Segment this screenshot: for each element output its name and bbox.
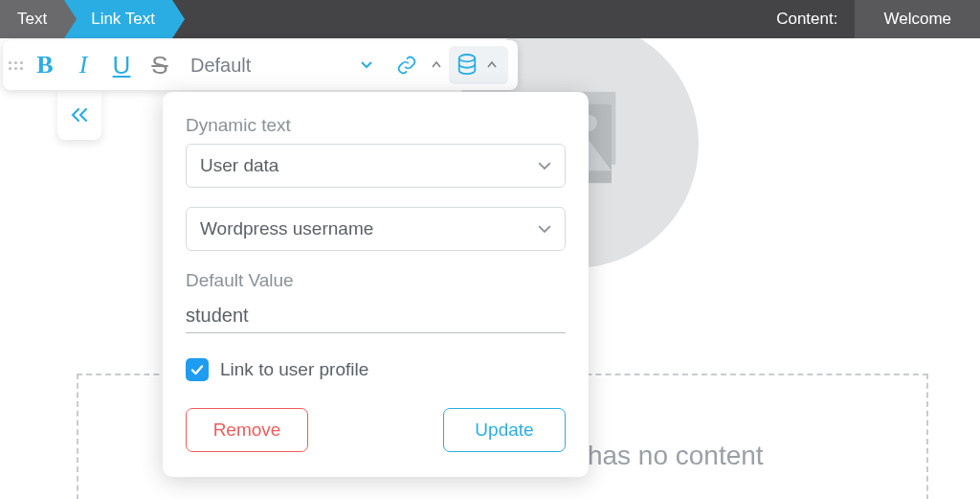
text-toolbar: B I U S Default (3, 40, 518, 90)
link-profile-checkbox[interactable] (186, 358, 209, 381)
dynamic-data-caret (483, 60, 501, 70)
remove-button[interactable]: Remove (186, 408, 308, 452)
font-family-select[interactable]: Default (190, 55, 372, 77)
drag-handle-icon[interactable] (9, 61, 26, 70)
link-profile-label: Link to user profile (220, 359, 368, 380)
dynamic-text-popover: Dynamic text User data Wordpress usernam… (163, 92, 589, 477)
data-field-select[interactable]: Wordpress username (186, 207, 566, 251)
update-button-label: Update (475, 420, 533, 441)
strikethrough-button[interactable]: S (141, 46, 179, 84)
font-family-value: Default (190, 55, 251, 77)
chevron-down-icon (538, 159, 551, 172)
svg-point-4 (459, 55, 476, 61)
dynamic-data-button[interactable] (449, 46, 508, 84)
welcome-tab[interactable]: Welcome (855, 0, 980, 38)
remove-button-label: Remove (213, 420, 281, 441)
data-source-value: User data (200, 155, 278, 176)
content-label: Content: (759, 0, 855, 38)
breadcrumb: Text Link Text (0, 0, 172, 38)
update-button[interactable]: Update (443, 408, 566, 452)
chevron-down-icon (538, 222, 551, 236)
welcome-tab-label: Welcome (883, 10, 951, 29)
default-value-label: Default Value (186, 270, 566, 291)
breadcrumb-label: Link Text (91, 10, 155, 29)
italic-button[interactable]: I (64, 46, 102, 84)
link-button[interactable] (388, 46, 426, 84)
underline-button[interactable]: U (102, 46, 141, 84)
topbar-right: Content: Welcome (759, 0, 980, 38)
caret-down-icon (361, 59, 372, 71)
data-source-select[interactable]: User data (186, 144, 566, 188)
breadcrumb-link-text[interactable]: Link Text (64, 0, 172, 38)
collapse-toolbar-button[interactable] (57, 90, 101, 140)
top-bar: Text Link Text Content: Welcome (0, 0, 980, 38)
data-field-value: Wordpress username (200, 218, 373, 239)
breadcrumb-label: Text (17, 10, 47, 29)
default-value-input[interactable] (186, 299, 566, 333)
breadcrumb-text[interactable]: Text (0, 0, 64, 38)
link-menu-caret[interactable] (428, 60, 445, 70)
dynamic-text-label: Dynamic text (186, 115, 566, 136)
database-icon (457, 54, 478, 77)
bold-button[interactable]: B (26, 46, 64, 84)
